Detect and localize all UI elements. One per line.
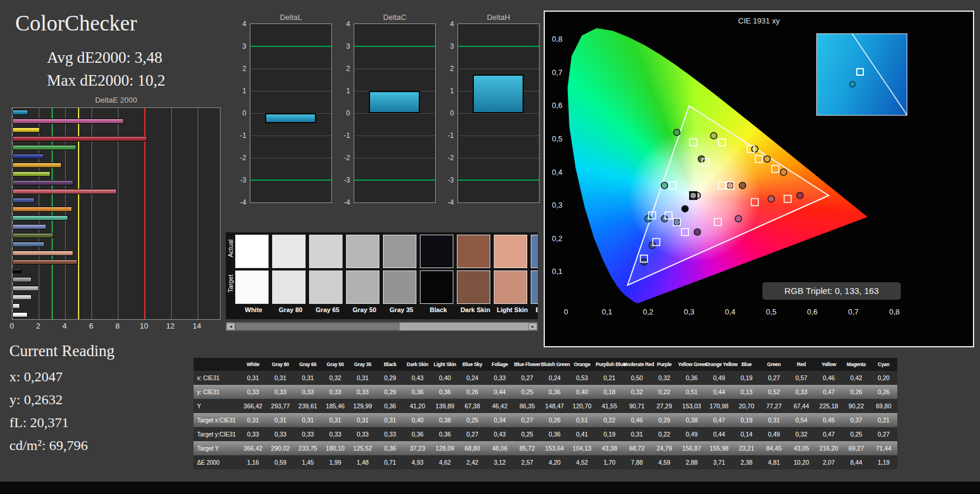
table-cell: 180,10 xyxy=(321,441,349,455)
axis-tick-label: -3 xyxy=(441,176,454,184)
table-cell: 0,42 xyxy=(843,371,870,385)
table-cell: 0,45 xyxy=(815,413,843,427)
swatch-actual xyxy=(346,235,379,268)
axis-tick-label: 2 xyxy=(441,65,454,73)
cie-chart-panel: CIE 1931 xy 00,10,20,30,40,50,60,70,8 0,… xyxy=(544,11,974,347)
table-cell: 0,33 xyxy=(239,385,267,399)
deltae-bar xyxy=(12,154,44,159)
swatch-label: Blue Sky xyxy=(531,306,538,313)
axis-tick-label: -2 xyxy=(441,154,454,162)
deltae-bar xyxy=(12,259,77,265)
table-cell: 0,29 xyxy=(377,371,404,385)
deltae-bar xyxy=(12,215,68,221)
deltac-chart-title: DeltaC xyxy=(354,13,436,22)
table-cell: 366,42 xyxy=(239,441,267,455)
scroll-thumb[interactable] xyxy=(235,323,399,330)
scroll-track[interactable] xyxy=(235,323,528,330)
table-cell: 366,42 xyxy=(239,399,267,413)
scroll-right-button[interactable]: ► xyxy=(528,323,537,330)
measured-point xyxy=(735,215,742,222)
table-cell: 0,51 xyxy=(568,413,596,427)
table-cell: 128,09 xyxy=(431,441,459,455)
table-row: Target Y366,42290,02233,75180,10125,520,… xyxy=(194,441,897,455)
avg-de2000-label: Avg dE2000: 3,48 xyxy=(47,49,162,67)
swatch-target xyxy=(309,270,343,304)
table-cell: 0,21 xyxy=(596,371,623,385)
table-cell: 0,33 xyxy=(349,427,377,441)
table-cell: 0,22 xyxy=(596,413,623,427)
swatch-scrollbar[interactable]: ◄ ► xyxy=(226,322,538,331)
current-cdm2-value: cd/m²: 69,796 xyxy=(9,438,88,454)
deltae-bar xyxy=(12,198,35,203)
limit-line xyxy=(458,180,539,181)
cie-zoom-inset xyxy=(816,33,907,116)
axis-tick-label: 4 xyxy=(441,20,454,28)
table-cell: 7,88 xyxy=(623,455,651,469)
axis-tick-label: 3 xyxy=(441,42,454,50)
column-header: Foliage xyxy=(486,358,514,371)
table-cell: 120,70 xyxy=(568,399,596,413)
table-cell: 0,47 xyxy=(706,413,733,427)
table-cell: 67,44 xyxy=(788,399,815,413)
axis-tick-label: -4 xyxy=(337,198,350,207)
axis-tick-label: 3 xyxy=(337,42,350,50)
table-cell: 23,21 xyxy=(733,441,761,455)
table-cell: 185,46 xyxy=(321,399,349,413)
table-cell: 0,27 xyxy=(760,371,788,385)
table-cell: 0,49 xyxy=(760,427,788,441)
rgb-triplet-label: RGB Triplet: 0, 133, 163 xyxy=(762,282,901,300)
table-cell: 86,35 xyxy=(514,399,541,413)
table-cell: 0,33 xyxy=(349,385,377,399)
swatch-actual xyxy=(420,235,453,268)
table-cell: 0,57 xyxy=(788,371,815,385)
table-cell: 4,20 xyxy=(541,455,568,469)
table-cell: 24,79 xyxy=(650,441,678,455)
gridline xyxy=(250,158,331,158)
gridline xyxy=(250,91,331,92)
table-cell: 0,19 xyxy=(596,427,623,441)
table-cell: 1,48 xyxy=(349,455,377,469)
measured-point xyxy=(662,182,668,189)
table-cell: 0,33 xyxy=(294,427,322,441)
table-cell: 90,22 xyxy=(843,399,870,413)
table-cell: 4,62 xyxy=(431,455,459,469)
gridline xyxy=(458,158,539,158)
axis-tick-label: 0,8 xyxy=(546,35,562,43)
table-cell: 69,27 xyxy=(843,441,870,455)
table-cell: 0,26 xyxy=(541,413,568,427)
table-cell: 0,31 xyxy=(267,371,294,385)
swatch-actual xyxy=(383,235,416,268)
limit-line xyxy=(250,180,331,181)
scroll-left-button[interactable]: ◄ xyxy=(226,323,235,330)
table-cell: 0,32 xyxy=(623,385,651,399)
table-cell: 156,87 xyxy=(678,441,706,455)
axis-tick-label: 0,3 xyxy=(546,201,562,209)
column-header: Black xyxy=(377,358,404,371)
table-cell: 0,53 xyxy=(568,371,596,385)
table-row: x: CIE310,310,310,310,320,310,290,430,40… xyxy=(194,371,897,385)
swatch-target xyxy=(235,270,269,304)
axis-tick-label: -1 xyxy=(441,131,454,140)
measured-point xyxy=(727,182,734,189)
swatch-target xyxy=(531,270,538,304)
deltae-bar xyxy=(12,163,62,168)
measured-point xyxy=(797,192,803,199)
column-header: Moderate Red xyxy=(623,358,651,371)
deltae-bar xyxy=(12,224,46,229)
axis-tick-label: 2 xyxy=(337,65,350,73)
table-cell: 139,89 xyxy=(431,399,459,413)
axis-tick-label: 14 xyxy=(192,322,201,330)
gridline xyxy=(458,69,539,69)
column-header: Gray 80 xyxy=(267,358,294,371)
row-label: y: CIE31 xyxy=(194,385,239,399)
table-cell: 0,32 xyxy=(321,371,349,385)
table-cell: 0,47 xyxy=(815,385,843,399)
table-cell: 43,05 xyxy=(788,441,815,455)
deltae-bar xyxy=(12,295,32,300)
table-cell: 0,33 xyxy=(267,385,294,399)
table-cell: 0,26 xyxy=(843,385,870,399)
current-x-value: x: 0,2047 xyxy=(9,369,63,385)
deltac-y-axis: 43210-1-2-3-4 xyxy=(337,23,351,203)
table-cell: 0,46 xyxy=(623,413,651,427)
deltae-bar xyxy=(12,303,20,309)
